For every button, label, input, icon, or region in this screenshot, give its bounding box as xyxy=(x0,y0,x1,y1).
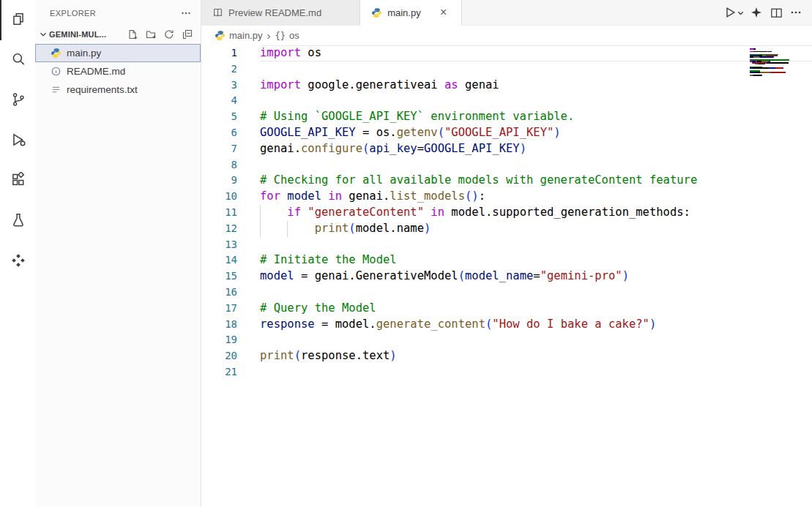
activity-run-and-debug[interactable] xyxy=(0,121,35,161)
line-number[interactable]: 10 xyxy=(201,189,237,205)
new-folder-button[interactable] xyxy=(145,29,157,40)
activity-testing[interactable] xyxy=(0,201,35,241)
line-content: for model in genai.list_models(): xyxy=(260,189,812,205)
activity-source-control[interactable] xyxy=(0,80,35,121)
more-actions-icon[interactable] xyxy=(180,7,192,19)
extensions-icon xyxy=(10,172,26,190)
sidebar: EXPLORER GEMINI-MUL... main.pyREADME.mdr… xyxy=(35,0,201,507)
code-line[interactable]: 4 xyxy=(201,93,812,109)
new-file-button[interactable] xyxy=(127,29,138,40)
symbol-namespace-icon: {} xyxy=(275,31,286,41)
tab-bar: Preview README.mdmain.py× xyxy=(201,0,812,26)
activity-custom-extension[interactable] xyxy=(0,241,35,282)
line-number[interactable]: 13 xyxy=(201,237,237,253)
run-dropdown[interactable] xyxy=(736,4,745,21)
line-number[interactable]: 5 xyxy=(201,109,237,125)
code-line[interactable]: 10for model in genai.list_models(): xyxy=(201,189,812,205)
breadcrumb-symbol[interactable]: os xyxy=(289,30,299,41)
breadcrumb-separator-icon: › xyxy=(267,30,271,41)
code-line[interactable]: 5# Using `GOOGLE_API_KEY` environment va… xyxy=(201,109,812,125)
line-content xyxy=(260,237,812,253)
code-area: 1import os23import google.generativeai a… xyxy=(201,45,812,507)
line-content: import os xyxy=(260,45,812,61)
line-number[interactable]: 9 xyxy=(201,173,237,189)
python-icon xyxy=(370,7,382,18)
line-number[interactable]: 20 xyxy=(201,348,237,364)
file-label: main.py xyxy=(67,48,101,59)
code-line[interactable]: 17# Query the Model xyxy=(201,301,812,317)
code-line[interactable]: 15model = genai.GenerativeModel(model_na… xyxy=(201,268,812,285)
breadcrumb-file[interactable]: main.py xyxy=(229,30,263,41)
line-number[interactable]: 15 xyxy=(201,268,237,285)
line-number[interactable]: 19 xyxy=(201,332,237,348)
code-line[interactable]: 11 if "generateContent" in model.support… xyxy=(201,205,812,221)
editor-group: Preview README.mdmain.py× main.py › {} o… xyxy=(201,0,812,507)
activity-explorer[interactable] xyxy=(0,0,35,40)
line-content: # Checking for all available models with… xyxy=(260,173,812,189)
sidebar-header: EXPLORER xyxy=(35,0,201,26)
line-content xyxy=(260,61,812,78)
line-number[interactable]: 16 xyxy=(201,285,237,301)
text-file-icon xyxy=(50,84,62,95)
file-item-readme-md[interactable]: README.md xyxy=(35,62,201,80)
explorer-section-header[interactable]: GEMINI-MUL... xyxy=(35,26,201,43)
sparkle-button[interactable] xyxy=(748,4,765,21)
code-lines[interactable]: 1import os23import google.generativeai a… xyxy=(201,45,812,380)
code-line[interactable]: 1import os xyxy=(201,45,812,61)
line-number[interactable]: 6 xyxy=(201,125,237,141)
line-number[interactable]: 12 xyxy=(201,221,237,237)
activity-extensions[interactable] xyxy=(0,161,35,201)
code-line[interactable]: 9# Checking for all available models wit… xyxy=(201,173,812,189)
section-actions xyxy=(127,29,193,40)
line-content: GOOGLE_API_KEY = os.getenv("GOOGLE_API_K… xyxy=(260,125,812,141)
line-content: # Query the Model xyxy=(260,301,812,317)
code-line[interactable]: 8 xyxy=(201,157,812,173)
line-number[interactable]: 1 xyxy=(201,45,237,61)
code-line[interactable]: 19 xyxy=(201,332,812,348)
tab-label: main.py xyxy=(387,7,421,18)
line-number[interactable]: 8 xyxy=(201,157,237,173)
split-editor-button[interactable] xyxy=(767,4,785,21)
line-number[interactable]: 2 xyxy=(201,61,237,78)
run-debug-icon xyxy=(10,132,26,150)
code-line[interactable]: 6GOOGLE_API_KEY = os.getenv("GOOGLE_API_… xyxy=(201,125,812,141)
markdown-preview-icon xyxy=(212,7,223,18)
code-line[interactable]: 2 xyxy=(201,61,812,78)
line-content: import google.generativeai as genai xyxy=(260,78,812,94)
line-number[interactable]: 3 xyxy=(201,78,237,94)
code-line[interactable]: 12 print(model.name) xyxy=(201,221,812,237)
sidebar-title: EXPLORER xyxy=(50,9,96,18)
folder-name: GEMINI-MUL... xyxy=(49,30,106,39)
tabs: Preview README.mdmain.py× xyxy=(201,0,462,25)
close-icon[interactable]: × xyxy=(436,5,451,20)
indent-guide xyxy=(260,221,261,237)
tab-preview-readme-md[interactable]: Preview README.md xyxy=(201,0,360,25)
testing-icon xyxy=(10,212,26,230)
line-number[interactable]: 7 xyxy=(201,141,237,157)
line-number[interactable]: 21 xyxy=(201,364,237,380)
more-actions-button[interactable] xyxy=(787,4,805,21)
code-line[interactable]: 18response = model.generate_content("How… xyxy=(201,317,812,333)
activity-search[interactable] xyxy=(0,40,35,80)
code-line[interactable]: 13 xyxy=(201,237,812,253)
file-item-main-py[interactable]: main.py xyxy=(35,44,201,62)
code-line[interactable]: 21 xyxy=(201,364,812,380)
code-line[interactable]: 7genai.configure(api_key=GOOGLE_API_KEY) xyxy=(201,141,812,157)
line-number[interactable]: 18 xyxy=(201,317,237,333)
vscode-window: EXPLORER GEMINI-MUL... main.pyREADME.mdr… xyxy=(0,0,812,507)
line-number[interactable]: 4 xyxy=(201,93,237,109)
diamonds-icon xyxy=(10,252,26,271)
code-line[interactable]: 14# Initiate the Model xyxy=(201,252,812,268)
refresh-button[interactable] xyxy=(163,29,175,40)
file-label: requirements.txt xyxy=(67,84,138,95)
code-line[interactable]: 3import google.generativeai as genai xyxy=(201,78,812,94)
code-line[interactable]: 20print(response.text) xyxy=(201,348,812,364)
line-number[interactable]: 17 xyxy=(201,301,237,317)
code-line[interactable]: 16 xyxy=(201,285,812,301)
minimap[interactable] xyxy=(750,48,802,78)
line-number[interactable]: 14 xyxy=(201,252,237,268)
collapse-all-button[interactable] xyxy=(182,29,193,40)
tab-main-py[interactable]: main.py× xyxy=(360,0,462,25)
line-number[interactable]: 11 xyxy=(201,205,237,221)
file-item-requirements-txt[interactable]: requirements.txt xyxy=(35,80,201,99)
